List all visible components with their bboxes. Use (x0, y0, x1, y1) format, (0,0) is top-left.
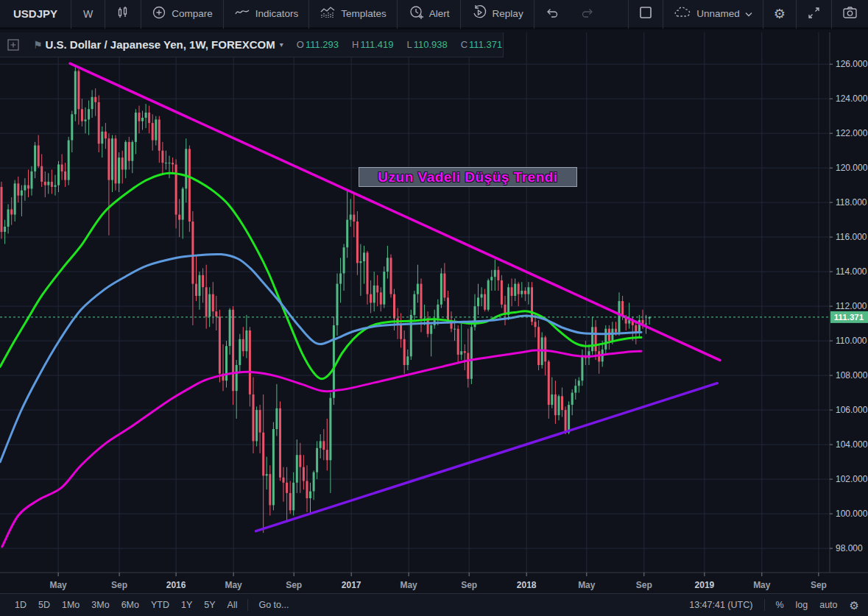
time-axis[interactable]: MaySep2016MaySep2017MaySep2018MaySep2019… (0, 573, 868, 590)
alert-clock-icon (408, 4, 424, 23)
symbol-title-button[interactable]: ⚑ U.S. Dollar / Japanese Yen, 1W, FOREXC… (27, 32, 290, 57)
percent-scale-button[interactable]: % (769, 600, 789, 610)
time-axis-label: May (753, 580, 771, 590)
high-value: 111.419 (360, 39, 393, 50)
screenshot-button[interactable] (832, 0, 868, 27)
price-chart[interactable]: 126.000124.000122.000120.000118.000116.0… (0, 32, 868, 593)
redo-button[interactable] (570, 0, 605, 27)
price-axis-label: 116.000 (836, 232, 867, 242)
range-button-5d[interactable]: 5D (32, 600, 56, 610)
range-button-all[interactable]: All (222, 600, 244, 610)
templates-button[interactable]: Templates (309, 0, 397, 27)
range-buttons: 1D5D1Mo3Mo6MoYTD1Y5YAll (9, 600, 243, 610)
time-axis-label: 2018 (517, 580, 537, 590)
templates-label: Templates (341, 8, 387, 19)
range-button-5y[interactable]: 5Y (198, 600, 221, 610)
replay-button[interactable]: Replay (461, 0, 534, 27)
toolbar-separator (247, 599, 248, 611)
undo-arrow-icon (545, 7, 560, 21)
tradingview-window: USDJPY W Compare Indicators (0, 0, 868, 616)
open-label: O (297, 39, 304, 50)
high-label: H (352, 39, 359, 50)
layout-button[interactable] (629, 0, 663, 27)
cloud-icon (674, 6, 691, 21)
toolbar-separator (764, 599, 765, 611)
indicators-icon (234, 5, 250, 22)
auto-scale-button[interactable]: auto (814, 600, 843, 610)
indicators-label: Indicators (255, 8, 299, 19)
gear-icon: ⚙ (774, 7, 786, 21)
ohlc-open: O 111.293 (290, 32, 345, 57)
add-symbol-button[interactable] (0, 32, 27, 57)
low-value: 110.938 (414, 39, 448, 50)
time-axis-label: May (578, 580, 596, 590)
uptrend-line[interactable] (256, 383, 718, 531)
replay-icon (471, 4, 487, 23)
chart-area[interactable]: 126.000124.000122.000120.000118.000116.0… (0, 32, 868, 593)
range-button-1d[interactable]: 1D (9, 600, 32, 610)
price-axis[interactable]: 126.000124.000122.000120.000118.000116.0… (830, 32, 868, 573)
chevron-down-icon: ▾ (280, 40, 283, 49)
cloud-save-button[interactable]: Unnamed (663, 0, 763, 27)
bottom-toolbar: 1D5D1Mo3Mo6MoYTD1Y5YAll Go to... 13:47:4… (0, 593, 868, 616)
range-button-3mo[interactable]: 3Mo (85, 600, 115, 610)
indicators-button[interactable]: Indicators (224, 0, 309, 27)
range-button-ytd[interactable]: YTD (145, 600, 175, 610)
range-button-6mo[interactable]: 6Mo (116, 600, 145, 610)
time-axis-label: 2017 (342, 580, 361, 590)
clock[interactable]: 13:47:41 (UTC) (682, 600, 760, 610)
range-button-1y[interactable]: 1Y (175, 600, 198, 610)
camera-icon (842, 6, 858, 21)
price-axis-label: 112.000 (836, 301, 867, 311)
price-axis-label: 122.000 (836, 128, 868, 138)
candlestick-chart-icon (116, 5, 130, 22)
symbol-button[interactable]: USDJPY (0, 0, 71, 27)
replay-label: Replay (493, 8, 523, 19)
time-axis-label: Sep (461, 580, 477, 590)
time-axis-label: 2019 (695, 580, 715, 590)
symbol-flag-icon: ⚑ (33, 39, 45, 51)
price-axis-label: 100.000 (836, 509, 868, 519)
price-axis-label: 114.000 (836, 266, 867, 277)
alert-button[interactable]: Alert (398, 0, 460, 27)
range-button-1mo[interactable]: 1Mo (56, 600, 85, 610)
top-toolbar: USDJPY W Compare Indicators (0, 0, 868, 29)
layout-name-label: Unnamed (696, 8, 740, 19)
open-value: 111.293 (306, 39, 339, 50)
gear-icon[interactable]: ⚙ (850, 600, 859, 611)
close-value: 111.371 (469, 39, 502, 50)
chart-type-button[interactable] (105, 0, 141, 27)
log-scale-button[interactable]: log (790, 600, 814, 610)
close-label: C (461, 39, 467, 50)
time-axis-label: Sep (636, 580, 652, 590)
price-axis-label: 110.000 (836, 336, 867, 346)
interval-label: W (83, 8, 93, 20)
chevron-down-icon (745, 8, 752, 19)
price-axis-label: 108.000 (836, 370, 868, 380)
ohlc-high: H 111.419 (345, 32, 400, 57)
symbol-title: U.S. Dollar / Japanese Yen, 1W, FOREXCOM (45, 38, 275, 51)
alert-label: Alert (429, 8, 450, 19)
redo-arrow-icon (580, 7, 595, 21)
fullscreen-button[interactable] (797, 0, 831, 27)
interval-button[interactable]: W (71, 0, 105, 27)
goto-button[interactable]: Go to... (253, 600, 294, 610)
compare-label: Compare (172, 8, 213, 19)
time-axis-label: Sep (286, 580, 302, 590)
price-axis-label: 102.000 (836, 474, 868, 484)
undo-button[interactable] (534, 0, 570, 27)
time-axis-label: 2016 (166, 580, 186, 590)
layout-square-icon (639, 6, 652, 21)
price-axis-label: 104.000 (836, 439, 868, 450)
settings-button[interactable]: ⚙ (763, 0, 796, 27)
annotation-label[interactable]: Uzun Vadeli Düşüş Trendi (359, 167, 577, 187)
candles (1, 66, 651, 534)
compare-button[interactable]: Compare (141, 0, 223, 27)
compare-icon (152, 5, 166, 22)
ohlc-low: L 110.938 (400, 32, 454, 57)
symbol-label: USDJPY (13, 7, 57, 20)
fullscreen-icon (807, 6, 821, 22)
price-axis-label: 124.000 (836, 93, 868, 104)
low-label: L (406, 39, 412, 50)
price-axis-label: 126.000 (836, 59, 868, 69)
